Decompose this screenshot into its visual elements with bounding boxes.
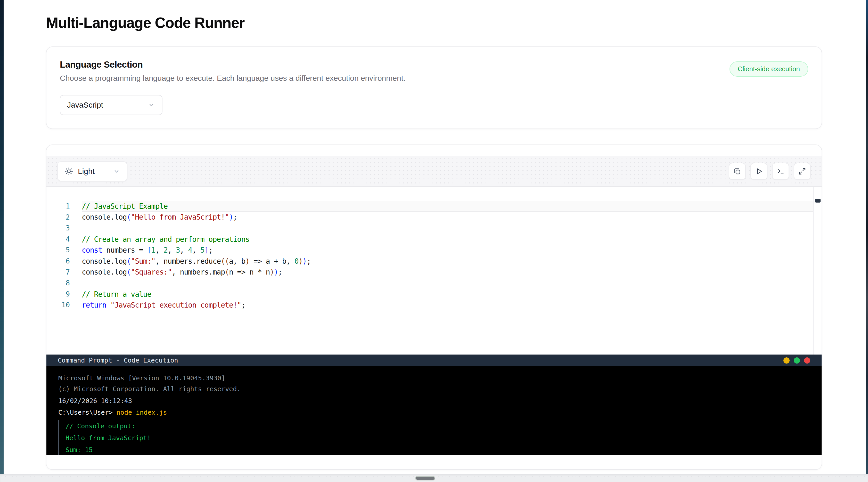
code-line[interactable]: 9// Return a value	[46, 289, 822, 300]
terminal-toggle-button[interactable]	[772, 163, 789, 180]
vertical-scrollbar[interactable]	[813, 187, 822, 355]
code-text: const numbers = [1, 2, 3, 4, 5];	[82, 245, 813, 256]
play-icon	[755, 167, 763, 176]
code-line[interactable]: 8	[46, 278, 822, 289]
code-text	[82, 223, 813, 234]
fullscreen-button[interactable]	[794, 163, 811, 180]
theme-select-value: Light	[78, 167, 95, 176]
code-text: // Return a value	[82, 289, 813, 300]
line-number: 9	[46, 289, 82, 300]
code-text: console.log("Sum:", numbers.reduce((a, b…	[82, 256, 813, 267]
code-line[interactable]: 3	[46, 223, 822, 234]
line-number: 5	[46, 245, 82, 256]
terminal-icon	[776, 167, 785, 176]
language-selection-title: Language Selection	[60, 59, 405, 70]
code-line[interactable]: 10return "JavaScript execution complete!…	[46, 300, 822, 311]
terminal-system-line: Microsoft Windows [Version 10.0.19045.39…	[58, 373, 810, 384]
vertical-scrollbar-thumb[interactable]	[815, 199, 820, 203]
language-select[interactable]: JavaScript	[60, 95, 162, 115]
code-text: console.log("Hello from JavaScript!");	[82, 212, 813, 223]
terminal-titlebar: Command Prompt - Code Execution	[46, 355, 822, 366]
run-button[interactable]	[750, 163, 768, 180]
terminal-title: Command Prompt - Code Execution	[58, 357, 178, 364]
code-line[interactable]: 6console.log("Sum:", numbers.reduce((a, …	[46, 256, 822, 267]
terminal-output-line: Sum: 15	[65, 444, 810, 455]
sun-icon	[64, 167, 73, 176]
terminal-system-line: (c) Microsoft Corporation. All rights re…	[58, 384, 810, 394]
editor-bottom-spacer	[46, 455, 822, 469]
terminal-output-block: // Console output:Hello from JavaScript!…	[58, 420, 810, 455]
terminal-output-line: Hello from JavaScript!	[65, 432, 810, 444]
code-text: return "JavaScript execution complete!";	[82, 300, 813, 311]
code-line[interactable]: 1// JavaScript Example	[46, 201, 822, 212]
code-lines: 1// JavaScript Example2console.log("Hell…	[46, 201, 822, 311]
code-line[interactable]: 2console.log("Hello from JavaScript!");	[46, 212, 822, 223]
editor-toolbar: Light	[46, 156, 822, 187]
code-line[interactable]: 4// Create an array and perform operatio…	[46, 234, 822, 245]
terminal-output-line: // Console output:	[65, 420, 810, 432]
horizontal-scrollbar[interactable]	[0, 474, 868, 482]
terminal-timestamp: 16/02/2026 10:12:43	[58, 396, 810, 406]
language-select-value: JavaScript	[67, 101, 103, 110]
minimize-light[interactable]	[783, 357, 789, 364]
line-number: 10	[46, 300, 82, 311]
code-text: // Create an array and perform operation…	[82, 234, 813, 245]
language-selection-header: Language Selection Choose a programming …	[60, 59, 405, 83]
line-number: 1	[46, 201, 82, 212]
line-number: 6	[46, 256, 82, 267]
editor-toolbar-buttons	[729, 163, 811, 180]
code-text: // JavaScript Example	[82, 201, 813, 212]
code-text	[82, 278, 813, 289]
language-selection-card: Language Selection Choose a programming …	[46, 47, 822, 129]
client-side-execution-badge: Client-side execution	[730, 61, 808, 77]
page: Multi-Language Code Runner Language Sele…	[0, 0, 868, 470]
background-edge-right	[866, 0, 868, 482]
line-number: 4	[46, 234, 82, 245]
code-editor[interactable]: 1// JavaScript Example2console.log("Hell…	[46, 187, 822, 355]
expand-icon	[798, 167, 806, 176]
horizontal-scrollbar-thumb[interactable]	[415, 476, 435, 480]
terminal-prompt-path: C:\Users\User>	[58, 409, 113, 416]
page-title: Multi-Language Code Runner	[46, 13, 822, 32]
copy-icon	[733, 167, 741, 176]
background-edge-left	[0, 0, 4, 482]
editor-top-spacer	[46, 145, 822, 156]
terminal-system-lines: Microsoft Windows [Version 10.0.19045.39…	[58, 373, 810, 394]
line-number: 3	[46, 223, 82, 234]
terminal-traffic-lights	[783, 357, 810, 364]
line-number: 7	[46, 267, 82, 278]
terminal-output[interactable]: Microsoft Windows [Version 10.0.19045.39…	[46, 366, 822, 455]
code-line[interactable]: 5const numbers = [1, 2, 3, 4, 5];	[46, 245, 822, 256]
chevron-down-icon	[148, 101, 155, 109]
code-runner-card: Light	[46, 145, 822, 470]
line-number: 2	[46, 212, 82, 223]
code-line[interactable]: 7console.log("Squares:", numbers.map(n =…	[46, 267, 822, 278]
copy-button[interactable]	[729, 163, 746, 180]
theme-select[interactable]: Light	[57, 161, 127, 181]
line-number: 8	[46, 278, 82, 289]
maximize-light[interactable]	[794, 357, 800, 364]
close-light[interactable]	[804, 357, 810, 364]
terminal-command: node index.js	[117, 409, 167, 416]
chevron-down-icon	[113, 168, 120, 175]
terminal-prompt-line: C:\Users\User> node index.js	[58, 407, 810, 418]
language-selection-description: Choose a programming language to execute…	[60, 74, 405, 83]
code-text: console.log("Squares:", numbers.map(n =>…	[82, 267, 813, 278]
